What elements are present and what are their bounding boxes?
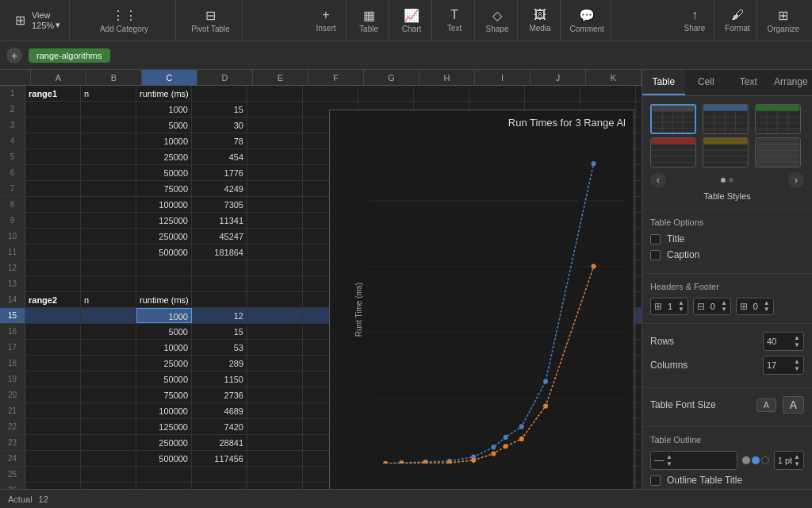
media-label[interactable]: Media bbox=[529, 24, 550, 33]
cell[interactable] bbox=[136, 260, 192, 275]
outline-style-up[interactable]: ▲ bbox=[666, 453, 672, 460]
style-prev-button[interactable]: ‹ bbox=[650, 172, 666, 188]
cell[interactable] bbox=[247, 419, 303, 434]
cell[interactable] bbox=[136, 483, 192, 489]
outline-width-down[interactable]: ▼ bbox=[794, 460, 800, 468]
rows-control[interactable]: 40 ▲ ▼ bbox=[763, 332, 804, 351]
cell[interactable] bbox=[303, 86, 358, 101]
sidebar-toggle-icon[interactable]: ⊞ bbox=[15, 13, 25, 28]
cell[interactable] bbox=[136, 276, 192, 291]
header-rows-control[interactable]: ⊞ 1 ▲ ▼ bbox=[650, 298, 688, 315]
cell[interactable] bbox=[247, 435, 303, 450]
cell[interactable]: 250000 bbox=[136, 229, 192, 244]
cell[interactable]: 50000 bbox=[136, 371, 192, 387]
cell[interactable] bbox=[525, 86, 580, 101]
cell[interactable]: 15 bbox=[192, 324, 247, 339]
cell[interactable] bbox=[81, 371, 136, 387]
cell[interactable] bbox=[192, 260, 247, 275]
chart-overlay[interactable]: Run Times for 3 Range Al Runt Time (ms) … bbox=[329, 110, 634, 489]
cell[interactable] bbox=[81, 181, 136, 196]
outline-color-swatches[interactable] bbox=[742, 456, 769, 464]
cell[interactable]: 15 bbox=[192, 102, 247, 117]
font-size-large-button[interactable]: A bbox=[783, 396, 804, 414]
cell[interactable] bbox=[192, 483, 247, 489]
tab-text[interactable]: Text bbox=[727, 70, 770, 95]
cell[interactable] bbox=[81, 451, 136, 466]
share-label[interactable]: Share bbox=[684, 24, 706, 33]
cell[interactable] bbox=[25, 165, 81, 180]
title-checkbox[interactable] bbox=[650, 234, 661, 244]
cell[interactable] bbox=[81, 483, 136, 489]
header-rows-down[interactable]: ▼ bbox=[678, 306, 684, 313]
font-size-small-button[interactable]: A bbox=[756, 398, 776, 412]
cols-down[interactable]: ▼ bbox=[794, 365, 800, 372]
cell[interactable]: 100000 bbox=[136, 403, 192, 418]
sheet-tab-range-algorithms[interactable]: range-algorithms bbox=[29, 48, 110, 63]
cell[interactable] bbox=[25, 213, 81, 228]
cell[interactable]: range2 bbox=[25, 292, 81, 307]
outline-title-checkbox[interactable] bbox=[650, 475, 661, 486]
cell[interactable] bbox=[81, 260, 136, 275]
cell[interactable] bbox=[25, 435, 81, 450]
cell[interactable] bbox=[25, 244, 81, 260]
cell[interactable] bbox=[81, 276, 136, 291]
cell[interactable]: 53 bbox=[192, 340, 247, 355]
cell[interactable]: 7305 bbox=[192, 197, 247, 212]
cell[interactable]: 1000 bbox=[136, 308, 192, 323]
zoom-value[interactable]: 125% ▾ bbox=[32, 20, 60, 30]
cell[interactable] bbox=[81, 133, 136, 148]
header-cols-stepper[interactable]: ▲ ▼ bbox=[721, 300, 727, 313]
outline-width-control[interactable]: 1 pt ▲ ▼ bbox=[774, 451, 804, 470]
insert-label[interactable]: Insert bbox=[316, 24, 336, 33]
cell[interactable]: 12 bbox=[192, 308, 247, 323]
cell[interactable] bbox=[580, 86, 636, 101]
cell[interactable] bbox=[25, 419, 81, 434]
cell[interactable]: 181864 bbox=[192, 244, 247, 260]
style-next-button[interactable]: › bbox=[788, 172, 804, 188]
cell[interactable]: 4249 bbox=[192, 181, 247, 196]
cell[interactable] bbox=[247, 403, 303, 418]
cell[interactable] bbox=[81, 403, 136, 418]
cell[interactable]: 25000 bbox=[136, 356, 192, 371]
cell[interactable] bbox=[247, 133, 303, 148]
cell[interactable]: 45247 bbox=[192, 229, 247, 244]
cell[interactable]: n bbox=[81, 86, 136, 101]
cell[interactable] bbox=[25, 149, 81, 164]
cell[interactable] bbox=[358, 86, 414, 101]
cell[interactable]: range1 bbox=[25, 86, 81, 101]
cell[interactable] bbox=[247, 181, 303, 196]
cell[interactable] bbox=[247, 340, 303, 355]
outline-style-down[interactable]: ▼ bbox=[666, 460, 672, 468]
style-thumb-6[interactable] bbox=[755, 137, 801, 167]
cell[interactable] bbox=[81, 419, 136, 434]
cell[interactable] bbox=[25, 467, 81, 482]
cell[interactable] bbox=[25, 483, 81, 489]
cell[interactable]: 1150 bbox=[192, 371, 247, 387]
style-thumb-3[interactable] bbox=[755, 104, 801, 134]
caption-checkbox[interactable] bbox=[650, 250, 661, 260]
cell[interactable]: 117456 bbox=[192, 451, 247, 466]
cell[interactable] bbox=[81, 340, 136, 355]
cell[interactable] bbox=[247, 292, 303, 307]
footer-rows-control[interactable]: ⊞ 0 ▲ ▼ bbox=[736, 298, 774, 315]
cols-stepper[interactable]: ▲ ▼ bbox=[794, 358, 800, 372]
cell[interactable]: 1776 bbox=[192, 165, 247, 180]
cell[interactable]: 5000 bbox=[136, 117, 192, 133]
cell[interactable] bbox=[25, 276, 81, 291]
cell[interactable] bbox=[247, 467, 303, 482]
cell[interactable] bbox=[247, 308, 303, 323]
comment-label[interactable]: Comment bbox=[570, 25, 604, 33]
cell[interactable] bbox=[247, 86, 303, 101]
cell[interactable] bbox=[81, 197, 136, 212]
footer-rows-stepper[interactable]: ▲ ▼ bbox=[764, 300, 770, 313]
cell[interactable] bbox=[81, 324, 136, 339]
outline-color-gray[interactable] bbox=[742, 456, 750, 464]
rows-up[interactable]: ▲ bbox=[794, 334, 800, 341]
add-sheet-button[interactable]: + bbox=[6, 48, 22, 64]
cell[interactable]: 1000 bbox=[136, 102, 192, 117]
cell[interactable] bbox=[414, 86, 469, 101]
cols-control[interactable]: 17 ▲ ▼ bbox=[763, 356, 804, 375]
cell[interactable] bbox=[25, 102, 81, 117]
cell[interactable] bbox=[192, 292, 247, 307]
organize-label[interactable]: Organize bbox=[767, 25, 799, 33]
